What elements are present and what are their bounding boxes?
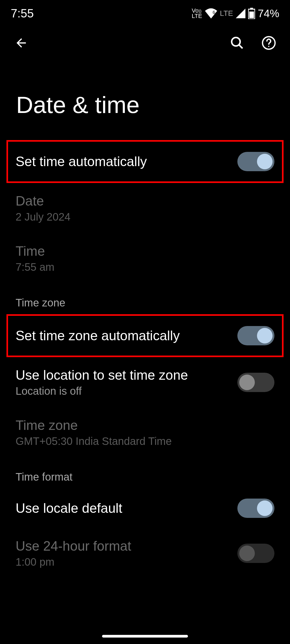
timezone-label: Time zone bbox=[16, 418, 172, 433]
status-icons: Vo)) LTE 6 LTE 74% bbox=[192, 8, 279, 20]
settings-list: Set time automatically Date 2 July 2024 … bbox=[0, 140, 290, 578]
set-time-auto-toggle[interactable] bbox=[237, 152, 274, 171]
search-button[interactable] bbox=[229, 35, 245, 51]
svg-point-4 bbox=[232, 38, 240, 46]
help-icon bbox=[261, 35, 276, 50]
signal-icon bbox=[236, 9, 245, 18]
set-time-automatically-row[interactable]: Set time automatically bbox=[6, 140, 284, 183]
use-24h-toggle bbox=[237, 544, 274, 563]
set-tz-auto-label: Set time zone automatically bbox=[16, 328, 180, 343]
page-title: Date & time bbox=[0, 59, 290, 140]
back-button[interactable] bbox=[13, 35, 29, 51]
timezone-value: GMT+05:30 India Standard Time bbox=[16, 435, 172, 447]
date-value: 2 July 2024 bbox=[16, 211, 71, 223]
time-row: Time 7:55 am bbox=[8, 233, 282, 283]
use-locale-label: Use locale default bbox=[16, 500, 122, 516]
wifi-icon: 6 bbox=[205, 8, 217, 19]
date-label: Date bbox=[16, 193, 71, 209]
svg-line-5 bbox=[239, 45, 243, 49]
use-locale-toggle[interactable] bbox=[237, 499, 274, 518]
use-24h-sub: 1:00 pm bbox=[16, 556, 131, 568]
status-bar: 7:55 Vo)) LTE 6 LTE 74% bbox=[0, 0, 290, 24]
app-bar bbox=[0, 24, 290, 59]
set-tz-auto-toggle[interactable] bbox=[237, 326, 274, 345]
battery-percentage: 74% bbox=[258, 8, 279, 20]
svg-point-7 bbox=[268, 46, 270, 47]
timezone-section-header: Time zone bbox=[8, 283, 282, 314]
time-label: Time bbox=[16, 243, 55, 259]
search-icon bbox=[230, 36, 244, 50]
svg-text:6: 6 bbox=[212, 10, 215, 15]
use-location-toggle[interactable] bbox=[237, 373, 274, 392]
navigation-bar-indicator[interactable] bbox=[102, 635, 188, 638]
svg-rect-3 bbox=[249, 12, 254, 18]
lte-indicator: LTE bbox=[220, 9, 233, 18]
use-24h-label: Use 24-hour format bbox=[16, 538, 131, 554]
battery-icon bbox=[248, 8, 255, 19]
use-location-sub: Location is off bbox=[16, 385, 188, 397]
use-location-row[interactable]: Use location to set time zone Location i… bbox=[8, 357, 282, 407]
help-button[interactable] bbox=[261, 35, 277, 51]
use-locale-default-row[interactable]: Use locale default bbox=[8, 488, 282, 528]
use-24h-row: Use 24-hour format 1:00 pm bbox=[8, 528, 282, 578]
set-time-auto-label: Set time automatically bbox=[16, 154, 147, 169]
timeformat-section-header: Time format bbox=[8, 458, 282, 488]
set-timezone-automatically-row[interactable]: Set time zone automatically bbox=[6, 314, 284, 357]
arrow-back-icon bbox=[14, 36, 28, 50]
volte-icon: Vo)) LTE bbox=[192, 8, 202, 19]
time-value: 7:55 am bbox=[16, 261, 55, 273]
date-row: Date 2 July 2024 bbox=[8, 183, 282, 233]
status-clock: 7:55 bbox=[11, 7, 34, 20]
timezone-row: Time zone GMT+05:30 India Standard Time bbox=[8, 407, 282, 458]
use-location-label: Use location to set time zone bbox=[16, 367, 188, 383]
